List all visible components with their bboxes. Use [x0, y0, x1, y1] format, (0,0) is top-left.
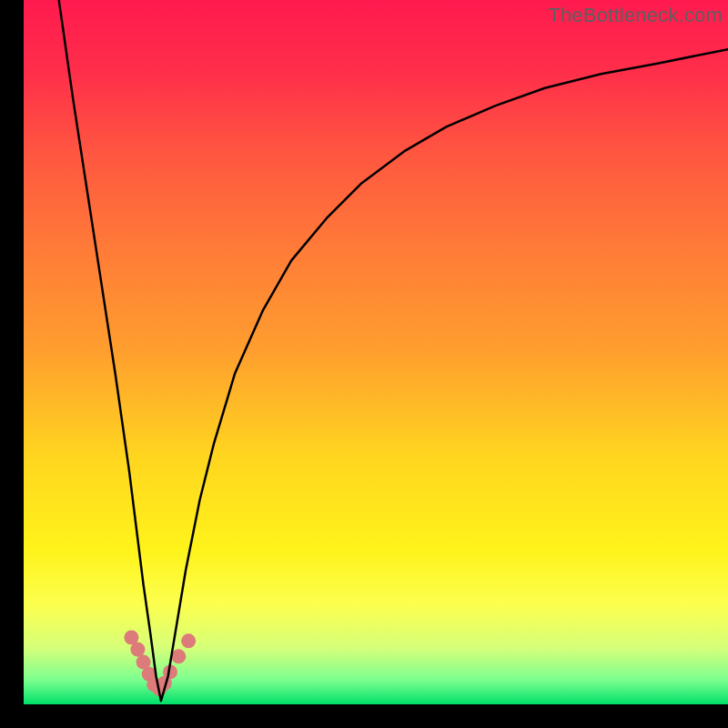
- scatter-dot: [181, 633, 196, 648]
- chart-frame: TheBottleneck.com: [24, 0, 728, 704]
- scatter-dot: [130, 642, 145, 657]
- gradient-background: [24, 0, 728, 704]
- bottleneck-chart: [24, 0, 728, 704]
- scatter-dot: [171, 649, 186, 663]
